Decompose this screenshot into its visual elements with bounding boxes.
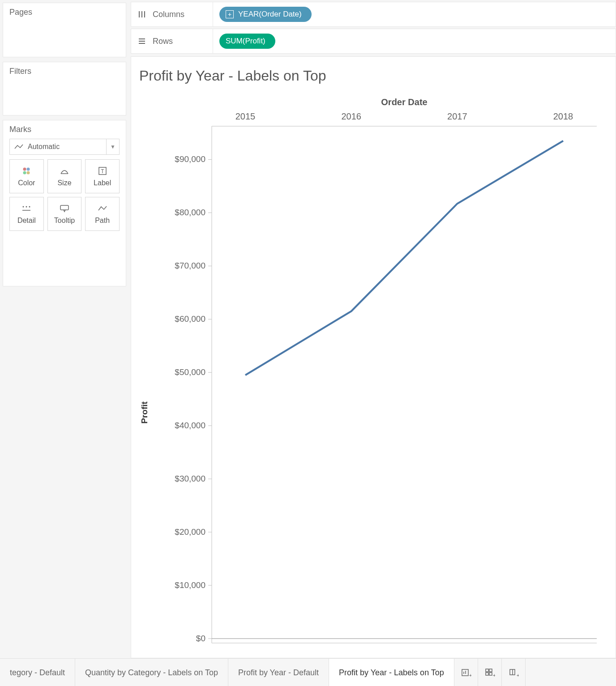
svg-point-7: [23, 206, 24, 208]
marks-btn-label: Detail: [17, 217, 36, 225]
svg-point-8: [26, 206, 27, 208]
columns-shelf[interactable]: Columns + YEAR(Order Date): [131, 2, 616, 27]
svg-rect-55: [489, 673, 492, 675]
new-dashboard-button[interactable]: +: [478, 659, 502, 686]
svg-point-9: [29, 206, 30, 208]
filters-title: Filters: [3, 62, 126, 80]
tooltip-icon: [60, 203, 69, 214]
rows-shelf[interactable]: Rows SUM(Profit): [131, 29, 616, 54]
svg-rect-48: [462, 669, 468, 676]
svg-rect-54: [486, 673, 488, 675]
svg-text:$60,000: $60,000: [175, 314, 205, 324]
marks-btn-label: Size: [57, 179, 71, 187]
svg-rect-53: [489, 669, 492, 672]
svg-point-3: [27, 171, 30, 175]
svg-text:$30,000: $30,000: [175, 474, 205, 483]
marks-btn-label: Tooltip: [54, 217, 75, 225]
tab-quantity-by-category[interactable]: Quantity by Category - Labels on Top: [75, 659, 228, 686]
rows-pill[interactable]: SUM(Profit): [219, 34, 275, 49]
marks-tooltip-button[interactable]: Tooltip: [47, 197, 82, 231]
svg-text:$50,000: $50,000: [175, 367, 205, 377]
svg-text:2016: 2016: [341, 111, 361, 121]
marks-btn-label: Color: [18, 179, 35, 187]
marks-btn-label: Path: [95, 217, 110, 225]
pages-title: Pages: [3, 3, 126, 21]
label-icon: T: [98, 166, 107, 176]
detail-icon: [21, 203, 31, 214]
path-icon: [98, 203, 107, 214]
columns-icon: [131, 10, 153, 19]
svg-text:$80,000: $80,000: [175, 208, 205, 217]
svg-text:$90,000: $90,000: [175, 154, 205, 164]
svg-rect-52: [486, 669, 488, 672]
rows-icon: [131, 37, 153, 46]
svg-point-1: [27, 168, 30, 171]
chart-svg: Order Date2015201620172018$0$10,000$20,0…: [131, 57, 615, 656]
svg-text:$40,000: $40,000: [175, 421, 205, 430]
filters-card[interactable]: Filters: [3, 62, 126, 115]
tab-profit-by-year-labels-top[interactable]: Profit by Year - Labels on Top: [329, 659, 454, 686]
svg-rect-11: [60, 205, 68, 210]
line-icon: [14, 144, 23, 150]
new-story-button[interactable]: +: [502, 659, 526, 686]
pill-text: SUM(Profit): [226, 37, 265, 46]
svg-text:2018: 2018: [553, 111, 573, 121]
svg-text:Profit: Profit: [140, 401, 149, 424]
pill-text: YEAR(Order Date): [238, 10, 302, 19]
pages-card[interactable]: Pages: [3, 3, 126, 57]
marks-type-dropdown[interactable]: Automatic ▼: [9, 139, 120, 155]
svg-text:$10,000: $10,000: [175, 580, 205, 590]
marks-path-button[interactable]: Path: [85, 197, 120, 231]
svg-point-2: [23, 171, 26, 175]
new-worksheet-button[interactable]: +: [454, 659, 478, 686]
columns-pill[interactable]: + YEAR(Order Date): [219, 7, 312, 22]
color-icon: [21, 166, 31, 176]
svg-text:+: +: [493, 673, 495, 678]
svg-text:$70,000: $70,000: [175, 261, 205, 270]
svg-text:$0: $0: [196, 634, 205, 643]
columns-label: Columns: [153, 2, 213, 26]
svg-text:+: +: [517, 673, 519, 678]
marks-color-button[interactable]: Color: [9, 159, 44, 193]
tab-category-default[interactable]: tegory - Default: [0, 659, 75, 686]
marks-type-label: Automatic: [28, 143, 60, 151]
marks-title: Marks: [3, 120, 126, 138]
expand-icon: +: [226, 10, 234, 18]
marks-detail-button[interactable]: Detail: [9, 197, 44, 231]
marks-btn-label: Label: [94, 179, 111, 187]
worksheet-tabs: tegory - Default Quantity by Category - …: [0, 658, 616, 686]
viz-canvas[interactable]: Profit by Year - Labels on Top Order Dat…: [131, 56, 616, 658]
main-area: Columns + YEAR(Order Date) Rows SUM(Prof…: [129, 0, 616, 658]
svg-text:T: T: [101, 168, 104, 175]
rows-label: Rows: [153, 29, 213, 53]
svg-text:Order Date: Order Date: [381, 97, 427, 107]
svg-text:$20,000: $20,000: [175, 527, 205, 537]
svg-point-0: [23, 168, 26, 171]
svg-text:2017: 2017: [447, 111, 467, 121]
marks-card: Marks Automatic ▼ Color: [3, 120, 126, 286]
tab-profit-by-year-default[interactable]: Profit by Year - Default: [228, 659, 329, 686]
size-icon: [59, 166, 70, 176]
chevron-down-icon[interactable]: ▼: [106, 139, 119, 154]
marks-size-button[interactable]: Size: [47, 159, 82, 193]
svg-text:+: +: [469, 673, 471, 678]
left-panel: Pages Filters Marks Automatic ▼: [0, 0, 129, 658]
svg-text:2015: 2015: [235, 111, 256, 121]
marks-label-button[interactable]: T Label: [85, 159, 120, 193]
